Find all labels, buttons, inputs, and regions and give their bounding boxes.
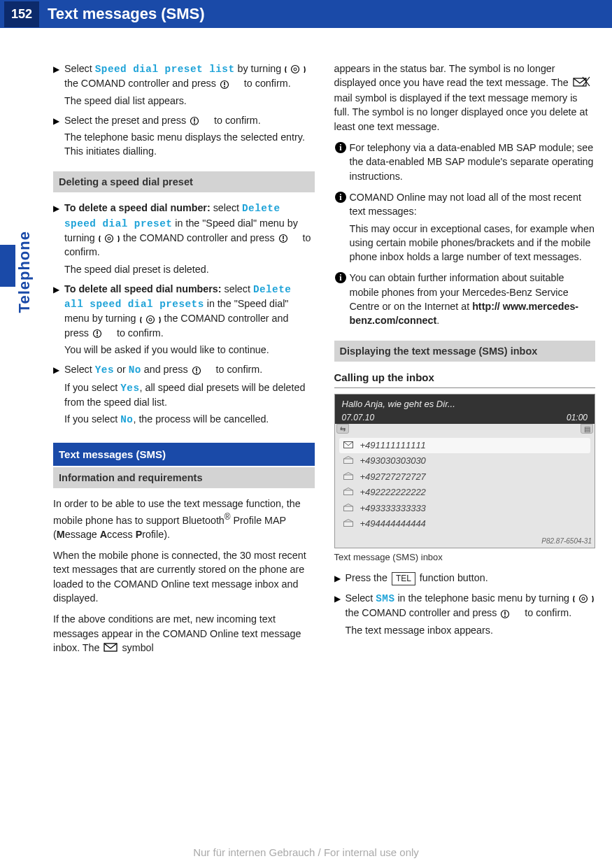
subsection-heading: Displaying the text message (SMS) inbox [334, 341, 596, 362]
paragraph: When the mobile phone is connected, the … [53, 548, 315, 605]
instruction-step: ▶ Select Speed dial preset list by turni… [53, 62, 315, 108]
envelope-open-icon [343, 518, 355, 530]
text: the COMAND controller and press [120, 232, 278, 243]
rotary-turn-icon [572, 594, 595, 604]
text: select [211, 202, 242, 213]
text: to confirm. [211, 115, 261, 126]
figure-caption: Text message (SMS) inbox [334, 551, 596, 564]
result-text: The telephone basic menu displays the se… [64, 130, 315, 159]
text: Select [64, 63, 95, 74]
registered-mark: ® [225, 512, 231, 522]
screenshot-time: 01:00 [567, 412, 588, 424]
envelope-open-icon [343, 486, 355, 499]
step-marker: ▶ [53, 113, 64, 159]
subsection-heading: Information and requirements [53, 467, 315, 489]
text-bold: M [57, 529, 65, 540]
text: to confirm. [114, 327, 164, 339]
svg-point-0 [292, 66, 299, 73]
svg-point-11 [149, 318, 152, 321]
text-bold: To delete all speed dial numbers: [64, 283, 222, 294]
section-label: Telephone [15, 231, 34, 313]
text: function button. [417, 572, 488, 583]
paragraph: appears in the status bar. The symbol is… [334, 62, 596, 134]
text: by turning [234, 63, 284, 74]
text: to confirm. [213, 364, 263, 375]
tel-button-icon: TEL [392, 572, 415, 585]
info-icon: i [334, 190, 350, 264]
info-note: i For telephony via a data-enabled MB SA… [334, 141, 596, 183]
right-column: appears in the status bar. The symbol is… [334, 62, 596, 662]
envelope-open-icon [343, 502, 355, 515]
phone-number: +493333333333 [360, 502, 426, 515]
step-marker: ▶ [53, 62, 64, 108]
text: If you select [64, 413, 120, 425]
content-columns: ▶ Select Speed dial preset list by turni… [0, 28, 612, 662]
menu-option: Yes [95, 364, 114, 376]
svg-point-15 [196, 372, 197, 373]
svg-rect-25 [343, 459, 353, 464]
result-text: If you select Yes, all speed dial preset… [64, 380, 315, 410]
info-text: COMAND Online may not load all of the mo… [350, 190, 596, 219]
text: ccess [107, 529, 136, 540]
text: If the above conditions are met, new inc… [53, 613, 301, 653]
press-icon [189, 116, 211, 126]
paragraph: If the above conditions are met, new inc… [53, 612, 315, 655]
mail-icon [104, 641, 118, 655]
svg-point-1 [294, 68, 297, 71]
svg-point-31 [582, 597, 585, 600]
info-icon: i [334, 271, 350, 327]
text: appears in the status bar. The symbol is… [334, 63, 571, 88]
phone-number: +492222222222 [360, 486, 426, 499]
press-icon [499, 609, 522, 619]
instruction-step: ▶ Select the preset and press to confirm… [53, 113, 315, 159]
svg-point-30 [580, 595, 588, 603]
text: If you select [64, 382, 120, 393]
text-bold: P [136, 529, 143, 540]
phone-number: +491111111111 [360, 439, 426, 452]
info-note: i COMAND Online may not load all of the … [334, 190, 596, 264]
menu-option: Speed dial preset list [95, 64, 235, 75]
svg-point-5 [194, 122, 195, 124]
text-bold: To delete a speed dial number: [64, 202, 211, 213]
list-item: +492727272727 [339, 469, 591, 485]
page-title: Text messages (SMS) [48, 5, 205, 23]
press-icon [191, 366, 213, 376]
section-heading: Text messages (SMS) [53, 443, 315, 466]
text-bold: A [100, 529, 107, 540]
envelope-open-icon [343, 455, 355, 467]
svg-point-6 [105, 235, 113, 243]
result-text: The text message inbox appears. [346, 623, 596, 637]
phone-number: +493030303030 [360, 455, 426, 467]
step-marker: ▶ [53, 201, 64, 276]
screenshot-list: +491111111111 +493030303030 +49272727272… [335, 435, 595, 535]
svg-point-9 [283, 240, 284, 241]
tab-handle-left: ⇆ [336, 424, 349, 434]
result-text: If you select No, the process will be ca… [64, 412, 315, 427]
result-text: The speed dial list appears. [64, 94, 315, 108]
image-id: P82.87-6504-31 [335, 535, 595, 548]
menu-option: Yes [120, 383, 139, 394]
info-text: For telephony via a data-enabled MB SAP … [350, 141, 596, 183]
step-marker: ▶ [334, 571, 346, 585]
info-text: This may occur in exceptional cases, for… [350, 222, 596, 264]
rotary-turn-icon [139, 315, 162, 325]
text: essage [65, 529, 100, 540]
text: in the telephone basic menu by turning [394, 592, 572, 604]
list-item: +492222222222 [339, 485, 591, 500]
list-item: +493030303030 [339, 453, 591, 469]
subheading: Calling up the inbox [334, 370, 596, 388]
menu-option: No [120, 414, 133, 425]
footer-watermark: Nur für internen Gebrauch / For internal… [0, 846, 612, 858]
instruction-step: ▶ Press the TEL function button. [334, 571, 596, 585]
menu-option: SMS [376, 593, 394, 604]
text: rofile). [142, 529, 170, 540]
instruction-step: ▶ To delete all speed dial numbers: sele… [53, 282, 315, 357]
text: or [114, 364, 129, 375]
list-item: +494444444444 [339, 516, 591, 532]
paragraph: In order to be able to use the text mess… [53, 497, 315, 541]
svg-rect-27 [343, 490, 353, 495]
svg-point-33 [504, 616, 506, 617]
result-text: The speed dial preset is deleted. [64, 262, 315, 276]
text: Select [346, 592, 376, 604]
info-icon: i [334, 141, 350, 183]
